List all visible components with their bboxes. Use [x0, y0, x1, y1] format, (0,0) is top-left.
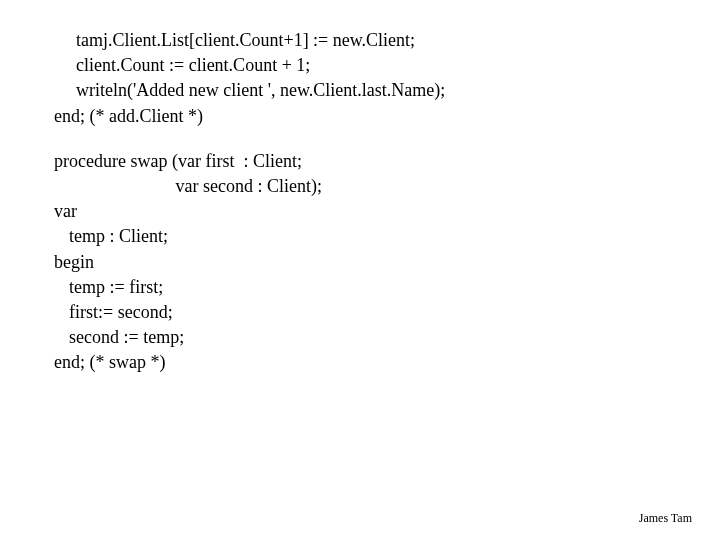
code-line: writeln('Added new client ', new.Client.… [54, 78, 720, 103]
code-line: end; (* add.Client *) [54, 104, 720, 129]
code-line: var [54, 199, 720, 224]
code-block: tamj.Client.List[client.Count+1] := new.… [0, 0, 720, 375]
code-line: second := temp; [54, 325, 720, 350]
code-line: begin [54, 250, 720, 275]
code-line: first:= second; [54, 300, 720, 325]
code-line: temp : Client; [54, 224, 720, 249]
code-line: end; (* swap *) [54, 350, 720, 375]
code-line: client.Count := client.Count + 1; [54, 53, 720, 78]
code-line: tamj.Client.List[client.Count+1] := new.… [54, 28, 720, 53]
code-line: var second : Client); [54, 174, 720, 199]
footer-author: James Tam [639, 511, 692, 526]
code-line: temp := first; [54, 275, 720, 300]
code-line: procedure swap (var first : Client; [54, 149, 720, 174]
